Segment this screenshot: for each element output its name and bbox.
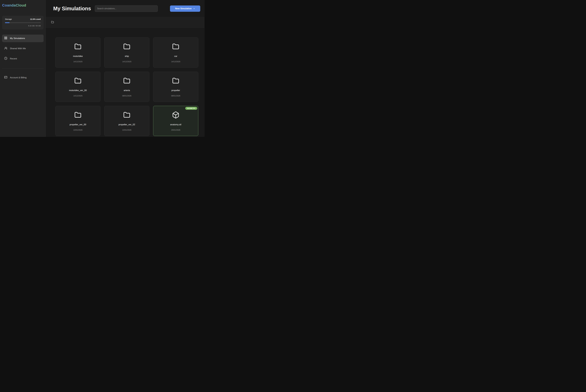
sidebar: CoandaCloud Storage 12.6% used 6.32 GB /… [0,0,46,137]
simulation-card[interactable]: propeller 08/01/2026 [153,72,198,102]
storage-label: Storage [5,18,12,20]
storage-card: Storage 12.6% used 6.32 GB / 50 GB [2,16,43,29]
sidebar-item-label: My Simulations [10,37,25,40]
simulation-date: 14/12/2025 [171,60,180,63]
simulation-name: ship [125,55,129,58]
new-simulation-button[interactable]: New Simulation [170,6,200,12]
search-input[interactable] [95,5,158,12]
sidebar-item-account-billing[interactable]: Account & Billing [2,74,43,82]
sidebar-item-label: Account & Billing [10,76,26,79]
folder-root-icon[interactable] [51,21,54,24]
simulation-date: 22/01/2026 [73,129,82,131]
breadcrumb [46,17,205,28]
simulation-name: motorbike [73,55,83,58]
sidebar-item-label: Shared With Me [10,47,26,50]
simulation-name: propeller_ver_00 [69,123,86,126]
clock-icon [4,57,7,60]
box-3d-icon [172,111,179,119]
folder-icon [172,43,179,51]
simulation-name: arteria [124,89,130,92]
simulation-date: 22/01/2026 [122,129,131,131]
sidebar-item-my-simulations[interactable]: My Simulations [2,34,43,42]
sidebar-nav: My Simulations Shared With Me Recent [2,34,43,62]
simulation-card[interactable]: propeller_ver_00 22/01/2026 [55,106,100,136]
storage-used-percent: 12.6% used [30,18,41,20]
simulation-card[interactable]: motorbike 14/12/2025 [55,38,100,68]
simulation-name: car [174,55,177,58]
simulation-date: 08/01/2026 [122,95,131,97]
sidebar-divider [2,68,43,68]
top-bar: My Simulations New Simulation [46,0,205,17]
sidebar-footer-nav: Account & Billing [2,74,43,82]
simulation-date: 14/12/2025 [73,95,82,97]
folder-icon [123,112,131,119]
folder-icon [123,77,131,85]
storage-progress-fill [5,22,9,23]
simulation-date: 14/12/2025 [73,60,82,63]
simulation-card[interactable]: ship 14/12/2025 [104,38,149,68]
simulation-card[interactable]: car 14/12/2025 [153,38,198,68]
sidebar-item-shared-with-me[interactable]: Shared With Me [2,45,43,52]
storage-detail: 6.32 GB / 50 GB [5,25,41,27]
simulation-name: anatomy.stl [170,123,181,126]
chevron-down-icon [193,8,195,10]
storage-progress-track [5,22,41,23]
simulation-name: propeller_ver_02 [118,123,135,126]
simulation-card[interactable]: motorbike_ver_00 14/12/2025 [55,72,100,102]
new-simulation-label: New Simulation [175,7,192,10]
simulation-card[interactable]: propeller_ver_02 22/01/2026 [104,106,149,136]
users-icon [4,46,7,50]
app-window: CoandaCloud Storage 12.6% used 6.32 GB /… [0,0,205,137]
brand-logo[interactable]: CoandaCloud [2,3,26,8]
folder-icon [74,112,82,119]
simulation-name: propeller [171,89,180,92]
main-area: My Simulations New Simulation [46,0,205,137]
simulation-grid: motorbike 14/12/2025 ship 14/12/2025 car… [55,38,205,136]
credit-card-icon [4,76,7,80]
page-title: My Simulations [53,6,91,12]
simulation-name: motorbike_ver_00 [69,89,87,92]
simulation-date: 08/01/2026 [171,95,180,97]
folder-icon [172,77,179,85]
folder-icon [74,77,82,85]
content-area: motorbike 14/12/2025 ship 14/12/2025 car… [46,28,205,137]
simulation-date: 14/12/2025 [122,60,131,63]
folder-icon [123,43,131,51]
sidebar-item-label: Recent [10,58,17,60]
simulation-date: 25/01/2026 [171,129,180,131]
sidebar-item-recent[interactable]: Recent [2,55,43,62]
simulation-card[interactable]: GEOMETRY anatomy.stl 25/01/2026 [153,106,198,136]
folder-icon [74,43,82,51]
grid-icon [4,36,7,40]
geometry-badge: GEOMETRY [185,107,197,110]
simulation-card[interactable]: arteria 08/01/2026 [104,72,149,102]
